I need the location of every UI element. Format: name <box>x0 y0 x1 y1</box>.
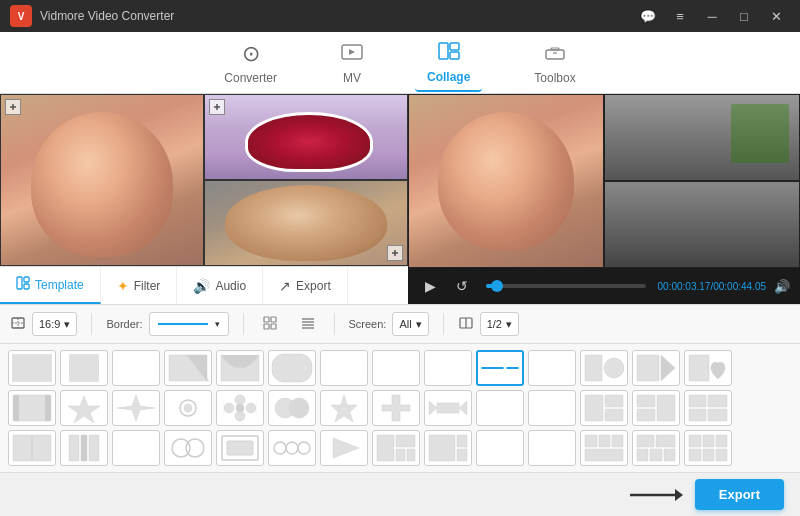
template-circles-3[interactable] <box>268 430 316 466</box>
template-film-l[interactable] <box>8 390 56 426</box>
svg-rect-91 <box>585 449 623 461</box>
maximize-button[interactable]: ─ <box>698 6 726 26</box>
collage-cell-3[interactable] <box>204 180 408 266</box>
tab-converter[interactable]: ⊙ Converter <box>212 35 289 91</box>
loop-button[interactable]: ↺ <box>450 274 474 298</box>
svg-rect-1 <box>439 43 448 59</box>
svg-rect-90 <box>612 435 623 447</box>
nav-bar: ⊙ Converter MV Collage <box>0 32 800 94</box>
restore-button[interactable]: □ <box>730 6 758 26</box>
play-button[interactable]: ▶ <box>418 274 442 298</box>
svg-rect-59 <box>605 395 623 407</box>
svg-rect-23 <box>264 324 269 329</box>
minimize-button[interactable]: ≡ <box>666 6 694 26</box>
panels-row: Template ✦ Filter 🔊 Audio ↗ Export <box>0 94 800 304</box>
screen-select[interactable]: All ▾ <box>392 312 428 336</box>
template-arc[interactable] <box>216 350 264 386</box>
editor-tab-template[interactable]: Template <box>0 267 101 304</box>
stripe-icon[interactable] <box>296 313 320 336</box>
title-bar: V Vidmore Video Converter 💬 ≡ ─ □ ✕ <box>0 0 800 32</box>
template-3v[interactable] <box>320 350 368 386</box>
svg-rect-2 <box>450 43 459 50</box>
chat-button[interactable]: 💬 <box>634 6 662 26</box>
tab-mv[interactable]: MV <box>329 35 375 91</box>
template-mix-r[interactable] <box>632 390 680 426</box>
template-heart-r[interactable] <box>684 350 732 386</box>
ratio-select[interactable]: 16:9 ▾ <box>32 312 77 336</box>
template-oval[interactable] <box>268 350 316 386</box>
cell-handle-tl[interactable] <box>5 99 21 115</box>
svg-rect-100 <box>689 449 701 461</box>
editor-tab-audio[interactable]: 🔊 Audio <box>177 267 263 304</box>
template-book[interactable] <box>8 430 56 466</box>
tab-toolbox[interactable]: Toolbox <box>522 35 587 91</box>
editor-tab-export[interactable]: ↗ Export <box>263 267 348 304</box>
template-star-5[interactable] <box>60 390 108 426</box>
svg-rect-63 <box>657 395 675 421</box>
collage-cell-2[interactable] <box>204 94 408 180</box>
template-face-l[interactable] <box>424 430 472 466</box>
export-button[interactable]: Export <box>695 479 784 510</box>
template-2h-eq[interactable] <box>372 350 420 386</box>
template-2v-main[interactable] <box>476 350 524 386</box>
template-play[interactable] <box>320 430 368 466</box>
template-circles-2[interactable] <box>164 430 212 466</box>
template-star-6[interactable] <box>320 390 368 426</box>
fraction-icon <box>458 315 474 334</box>
grid-icon[interactable] <box>258 313 282 336</box>
svg-rect-60 <box>605 409 623 421</box>
template-circles[interactable] <box>268 390 316 426</box>
right-panel: ▶ ↺ 00:00:03.17/00:00:44.05 🔊 <box>408 94 800 304</box>
template-bars-l[interactable] <box>112 430 160 466</box>
template-star-cross[interactable] <box>372 390 420 426</box>
template-arrow-r[interactable] <box>632 350 680 386</box>
progress-thumb[interactable] <box>491 280 503 292</box>
svg-rect-40 <box>13 395 19 421</box>
tab-collage[interactable]: Collage <box>415 34 482 92</box>
export-tab-label: Export <box>296 279 331 293</box>
svg-point-49 <box>246 403 256 413</box>
template-4h[interactable] <box>528 390 576 426</box>
template-film-v[interactable] <box>60 430 108 466</box>
svg-point-47 <box>235 411 245 421</box>
screen-chevron: ▾ <box>416 318 422 331</box>
svg-rect-101 <box>703 449 714 461</box>
template-2v-2h[interactable] <box>372 430 420 466</box>
border-select[interactable]: ▾ <box>149 312 229 336</box>
cell-handle-cake-tl[interactable] <box>209 99 225 115</box>
progress-bar[interactable] <box>486 284 646 288</box>
template-star-4[interactable] <box>112 390 160 426</box>
template-4grid-2[interactable] <box>580 430 628 466</box>
template-circ-sq[interactable] <box>580 350 628 386</box>
editor-tabs: Template ✦ Filter 🔊 Audio ↗ Export <box>0 266 408 304</box>
cell-handle-face2-br[interactable] <box>387 245 403 261</box>
export-tab-icon: ↗ <box>279 278 291 294</box>
template-squares[interactable] <box>216 430 264 466</box>
collage-cell-1[interactable] <box>0 94 204 266</box>
template-2h-long[interactable] <box>112 350 160 386</box>
svg-rect-89 <box>599 435 610 447</box>
volume-icon[interactable]: 🔊 <box>774 279 790 294</box>
fraction-select[interactable]: 1/2 ▾ <box>480 312 519 336</box>
template-4grid[interactable] <box>684 390 732 426</box>
template-arrows-lr[interactable] <box>424 390 472 426</box>
svg-point-50 <box>236 404 244 412</box>
tab-mv-label: MV <box>343 71 361 85</box>
template-gear[interactable] <box>164 390 212 426</box>
template-4v[interactable] <box>528 350 576 386</box>
template-diag[interactable] <box>164 350 212 386</box>
editor-tab-filter[interactable]: ✦ Filter <box>101 267 178 304</box>
template-flower[interactable] <box>216 390 264 426</box>
template-5h[interactable] <box>528 430 576 466</box>
template-single-sq[interactable] <box>60 350 108 386</box>
template-5grid[interactable] <box>632 430 680 466</box>
template-6grid[interactable] <box>684 430 732 466</box>
template-3h[interactable] <box>424 350 472 386</box>
template-grid <box>0 344 800 472</box>
template-mix-l[interactable] <box>580 390 628 426</box>
template-single[interactable] <box>8 350 56 386</box>
template-5v[interactable] <box>476 430 524 466</box>
tab-toolbox-label: Toolbox <box>534 71 575 85</box>
close-button[interactable]: ✕ <box>762 6 790 26</box>
template-3v-gap[interactable] <box>476 390 524 426</box>
